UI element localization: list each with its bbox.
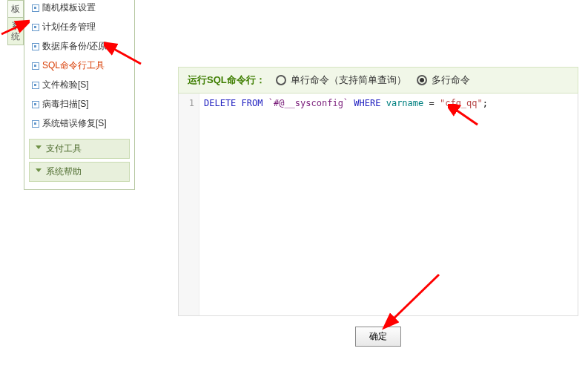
sql-eq: = bbox=[423, 98, 440, 108]
main-area: 运行SQL命令行： 单行命令（支持简单查询） 多行命令 1 DELETE FRO… bbox=[178, 67, 578, 347]
sql-header-title: 运行SQL命令行： bbox=[188, 73, 265, 87]
code-body[interactable]: DELETE FROM `#@__sysconfig` WHERE varnam… bbox=[199, 94, 578, 315]
menu-item-schedule[interactable]: 计划任务管理 bbox=[24, 17, 134, 36]
kw-delete-from: DELETE FROM bbox=[204, 98, 262, 108]
radio-label: 单行命令（支持简单查询） bbox=[291, 73, 406, 87]
button-row: 确定 bbox=[178, 327, 578, 347]
section-system-help[interactable]: 系统帮助 bbox=[29, 162, 130, 182]
menu-item-template[interactable]: 随机模板设置 bbox=[24, 0, 134, 17]
tab-board[interactable]: 板 bbox=[7, 0, 24, 18]
line-gutter: 1 bbox=[179, 94, 199, 315]
sidebar-panel: 随机模板设置 计划任务管理 数据库备份/还原 SQL命令行工具 文件检验[S] … bbox=[24, 0, 135, 190]
menu-item-db-backup[interactable]: 数据库备份/还原 bbox=[24, 36, 134, 56]
sql-header-bar: 运行SQL命令行： 单行命令（支持简单查询） 多行命令 bbox=[178, 67, 578, 94]
radio-label: 多行命令 bbox=[432, 73, 470, 87]
sidebar-tab-strip: 板 系统 bbox=[7, 0, 24, 45]
sql-string: "cfg_qq" bbox=[440, 98, 483, 108]
radio-multi-line[interactable]: 多行命令 bbox=[417, 73, 470, 87]
kw-where: WHERE bbox=[354, 98, 380, 108]
chevron-down-icon bbox=[36, 168, 42, 172]
menu-item-sql-tool[interactable]: SQL命令行工具 bbox=[24, 56, 134, 75]
radio-icon bbox=[276, 75, 286, 85]
radio-single-line[interactable]: 单行命令（支持简单查询） bbox=[276, 73, 406, 87]
chevron-down-icon bbox=[36, 145, 42, 149]
menu-item-virus-scan[interactable]: 病毒扫描[S] bbox=[24, 94, 134, 114]
tab-system[interactable]: 系统 bbox=[7, 17, 24, 45]
section-label: 系统帮助 bbox=[46, 166, 82, 177]
radio-icon-checked bbox=[417, 75, 427, 85]
line-number: 1 bbox=[179, 96, 194, 110]
sql-editor[interactable]: 1 DELETE FROM `#@__sysconfig` WHERE varn… bbox=[178, 94, 578, 316]
section-payment-tools[interactable]: 支付工具 bbox=[29, 139, 130, 159]
section-label: 支付工具 bbox=[46, 143, 82, 154]
menu-item-error-fix[interactable]: 系统错误修复[S] bbox=[24, 114, 134, 133]
sql-table: `#@__sysconfig` bbox=[268, 98, 348, 108]
menu-item-file-check[interactable]: 文件检验[S] bbox=[24, 75, 134, 94]
ok-button[interactable]: 确定 bbox=[355, 327, 401, 347]
sql-semicolon: ; bbox=[483, 98, 488, 108]
menu-list: 随机模板设置 计划任务管理 数据库备份/还原 SQL命令行工具 文件检验[S] … bbox=[24, 0, 134, 136]
sql-ident: varname bbox=[386, 98, 424, 108]
